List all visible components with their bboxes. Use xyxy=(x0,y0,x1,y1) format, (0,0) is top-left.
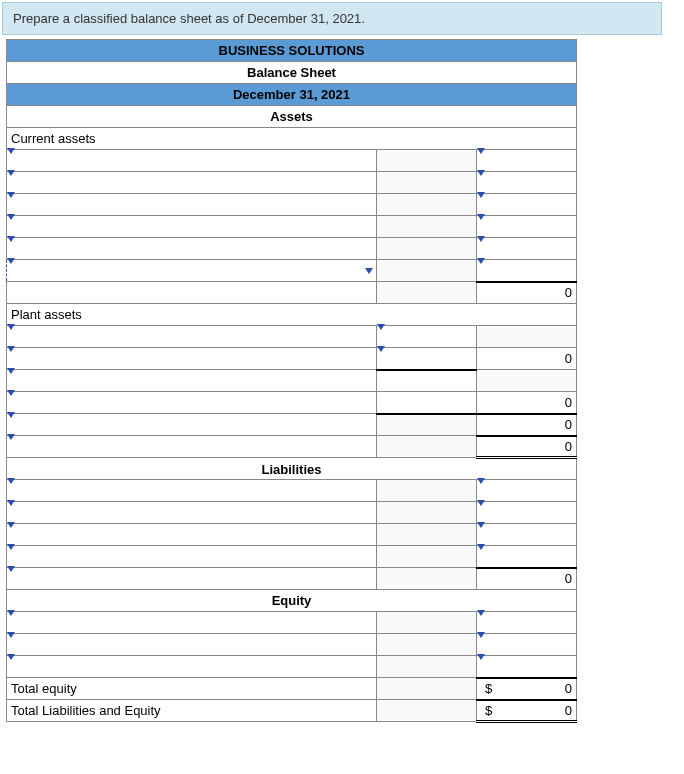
table-row xyxy=(7,480,577,502)
cell xyxy=(377,656,477,678)
cell xyxy=(377,546,477,568)
account-dropdown[interactable] xyxy=(7,568,377,590)
account-dropdown-active[interactable] xyxy=(7,260,377,282)
total-liab-equity-value: $0 xyxy=(477,700,577,722)
chevron-down-icon xyxy=(365,268,373,274)
cell xyxy=(377,436,477,458)
account-dropdown[interactable] xyxy=(7,480,377,502)
amount-dropdown[interactable] xyxy=(377,348,477,370)
title-header: Balance Sheet xyxy=(7,62,577,84)
subtotal-label xyxy=(7,282,377,304)
amount-dropdown[interactable] xyxy=(477,634,577,656)
amount-input[interactable] xyxy=(377,392,477,414)
account-dropdown[interactable] xyxy=(7,172,377,194)
cell xyxy=(377,238,477,260)
cell xyxy=(377,150,477,172)
amount-dropdown[interactable] xyxy=(477,502,577,524)
account-dropdown[interactable] xyxy=(7,546,377,568)
table-row: Total Liabilities and Equity $0 xyxy=(7,700,577,722)
cell xyxy=(377,568,477,590)
account-dropdown[interactable] xyxy=(7,612,377,634)
account-dropdown[interactable] xyxy=(7,150,377,172)
currency-symbol: $ xyxy=(481,681,492,696)
cell xyxy=(377,612,477,634)
total-liab-equity-label: Total Liabilities and Equity xyxy=(7,700,377,722)
account-dropdown[interactable] xyxy=(7,326,377,348)
cell xyxy=(377,172,477,194)
total-equity-label: Total equity xyxy=(7,678,377,700)
amount-dropdown[interactable] xyxy=(477,480,577,502)
plant-subtotal-1: 0 xyxy=(477,348,577,370)
total-equity-value: $0 xyxy=(477,678,577,700)
amount-dropdown[interactable] xyxy=(477,194,577,216)
cell xyxy=(377,700,477,722)
table-row xyxy=(7,326,577,348)
cell xyxy=(377,282,477,304)
table-row xyxy=(7,502,577,524)
table-row xyxy=(7,172,577,194)
account-dropdown[interactable] xyxy=(7,436,377,458)
table-row: 0 xyxy=(7,568,577,590)
cell xyxy=(377,480,477,502)
cell xyxy=(377,216,477,238)
amount-dropdown[interactable] xyxy=(377,326,477,348)
amount-dropdown[interactable] xyxy=(477,216,577,238)
amount-dropdown[interactable] xyxy=(477,612,577,634)
total-assets: 0 xyxy=(477,436,577,458)
table-row xyxy=(7,634,577,656)
currency-symbol: $ xyxy=(481,703,492,718)
cell xyxy=(477,326,577,348)
table-row xyxy=(7,370,577,392)
instruction-text: Prepare a classified balance sheet as of… xyxy=(13,11,365,26)
table-row xyxy=(7,216,577,238)
table-row xyxy=(7,612,577,634)
plant-subtotal-2: 0 xyxy=(477,392,577,414)
date-header: December 31, 2021 xyxy=(7,84,577,106)
account-dropdown[interactable] xyxy=(7,656,377,678)
amount-dropdown[interactable] xyxy=(477,238,577,260)
table-row: 0 xyxy=(7,414,577,436)
cell xyxy=(377,260,477,282)
company-header: BUSINESS SOLUTIONS xyxy=(7,40,577,62)
table-row: 0 xyxy=(7,392,577,414)
table-row xyxy=(7,546,577,568)
account-dropdown[interactable] xyxy=(7,348,377,370)
cell xyxy=(377,634,477,656)
plant-assets-label: Plant assets xyxy=(7,304,577,326)
cell xyxy=(377,678,477,700)
account-dropdown[interactable] xyxy=(7,524,377,546)
table-row xyxy=(7,194,577,216)
account-dropdown[interactable] xyxy=(7,502,377,524)
account-dropdown[interactable] xyxy=(7,216,377,238)
table-row xyxy=(7,238,577,260)
table-row xyxy=(7,656,577,678)
amount-dropdown[interactable] xyxy=(477,150,577,172)
table-row: 0 xyxy=(7,348,577,370)
equity-header: Equity xyxy=(7,590,577,612)
table-row xyxy=(7,524,577,546)
cell xyxy=(377,524,477,546)
amount-dropdown[interactable] xyxy=(477,546,577,568)
cell xyxy=(377,194,477,216)
amount-dropdown[interactable] xyxy=(477,656,577,678)
table-row xyxy=(7,260,577,282)
cell xyxy=(477,370,577,392)
amount-dropdown[interactable] xyxy=(477,172,577,194)
assets-header: Assets xyxy=(7,106,577,128)
instruction-banner: Prepare a classified balance sheet as of… xyxy=(2,2,662,35)
amount-input[interactable] xyxy=(377,370,477,392)
account-dropdown[interactable] xyxy=(7,392,377,414)
amount-dropdown[interactable] xyxy=(477,260,577,282)
table-row: Total equity $0 xyxy=(7,678,577,700)
account-dropdown[interactable] xyxy=(7,414,377,436)
amount-dropdown[interactable] xyxy=(477,524,577,546)
cell xyxy=(377,414,477,436)
table-row xyxy=(7,150,577,172)
account-dropdown[interactable] xyxy=(7,370,377,392)
account-dropdown[interactable] xyxy=(7,238,377,260)
liabilities-header: Liabilities xyxy=(7,458,577,480)
account-dropdown[interactable] xyxy=(7,194,377,216)
account-dropdown[interactable] xyxy=(7,634,377,656)
plant-assets-total: 0 xyxy=(477,414,577,436)
current-assets-label: Current assets xyxy=(7,128,577,150)
